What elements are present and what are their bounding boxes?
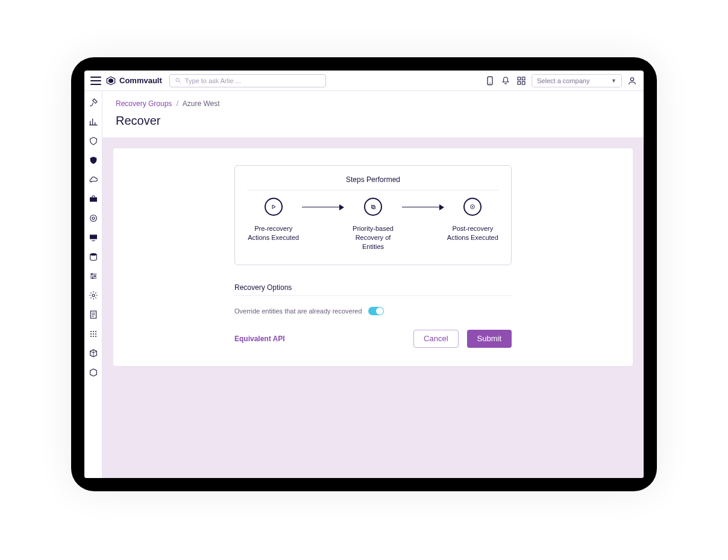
close-circle-icon [463,198,482,216]
arrow-icon [402,207,444,207]
brand-logo-icon [106,76,116,86]
step-label: Pre-recovery Actions Executed [247,224,300,242]
play-icon [265,198,283,216]
search-icon [175,77,181,84]
svg-point-29 [95,336,96,337]
svg-marker-1 [108,78,113,83]
step-label: Priority-based Recovery of Entities [347,224,399,251]
steps-heading: Steps Performed [247,175,499,190]
step-post-recovery: Post-recovery Actions Executed [447,198,499,242]
svg-rect-6 [518,77,521,80]
brand: Commvault [106,76,162,86]
company-select[interactable]: Select a company ▼ [532,74,622,87]
steps-box: Steps Performed Pre-recovery Actions Exe… [234,165,512,265]
nav-rail [84,91,102,478]
brand-name: Commvault [119,76,162,85]
svg-point-19 [92,294,95,297]
recover-card: Steps Performed Pre-recovery Actions Exe… [113,148,633,366]
override-toggle-label: Override entities that are already recov… [234,307,362,315]
cube-outline-icon[interactable] [88,348,99,359]
cube-solid-icon[interactable] [88,367,99,378]
sliders-icon[interactable] [88,271,99,282]
shield-outline-icon[interactable] [88,136,99,146]
svg-point-23 [95,331,96,332]
database-icon[interactable] [88,251,99,262]
briefcase-icon[interactable] [88,193,99,204]
cloud-icon[interactable] [88,174,99,185]
svg-rect-7 [522,77,525,80]
svg-point-24 [90,333,92,335]
svg-point-21 [90,331,92,332]
header-zone: Recovery Groups / Azure West Recover [102,91,644,137]
breadcrumb-root[interactable]: Recovery Groups [116,99,172,108]
tools-icon[interactable] [88,97,99,108]
svg-line-3 [179,81,181,83]
recovery-options-heading: Recovery Options [234,283,512,296]
search-input[interactable] [185,77,321,84]
svg-rect-32 [372,206,375,209]
svg-rect-11 [90,197,97,201]
bell-icon[interactable] [500,75,511,86]
svg-rect-9 [522,81,525,84]
breadcrumb-separator: / [177,99,178,108]
svg-point-12 [90,215,96,222]
shield-solid-icon[interactable] [88,155,99,166]
breadcrumb: Recovery Groups / Azure West [116,99,630,108]
svg-point-27 [90,336,92,337]
topbar: Commvault Select a company [84,71,644,91]
grid-icon[interactable] [88,329,99,339]
svg-point-26 [95,333,96,335]
svg-point-17 [94,275,96,277]
svg-rect-8 [518,81,521,84]
svg-point-18 [92,277,93,279]
steps-row: Pre-recovery Actions Executed Priority-b… [247,198,499,251]
svg-point-25 [93,333,94,335]
svg-point-10 [630,77,633,80]
svg-point-28 [93,336,94,337]
content: Recovery Groups / Azure West Recover Ste… [102,91,644,478]
note-icon[interactable] [88,309,99,320]
apps-icon[interactable] [516,75,527,86]
tablet-frame: Commvault Select a company [71,57,657,491]
override-toggle[interactable] [368,307,384,315]
step-pre-recovery: Pre-recovery Actions Executed [247,198,300,242]
app-window: Commvault Select a company [84,71,644,478]
body: Recovery Groups / Azure West Recover Ste… [84,91,644,478]
svg-point-22 [93,331,94,332]
override-toggle-row: Override entities that are already recov… [234,307,512,315]
svg-point-5 [489,83,491,84]
search-box[interactable] [169,74,326,87]
layers-icon [364,198,382,216]
monitor-icon[interactable] [88,232,99,243]
arrow-icon [302,207,344,207]
phone-icon[interactable] [485,75,495,86]
step-label: Post-recovery Actions Executed [447,224,499,242]
svg-point-2 [176,78,180,82]
svg-marker-30 [272,205,275,209]
svg-point-15 [90,253,96,256]
svg-point-16 [91,273,93,275]
submit-button[interactable]: Submit [467,330,512,348]
svg-point-13 [92,217,95,219]
breadcrumb-current: Azure West [183,99,220,108]
chart-icon[interactable] [88,116,99,127]
company-select-placeholder: Select a company [537,77,589,84]
target-icon[interactable] [88,213,99,224]
menu-button[interactable] [90,77,101,85]
cancel-button[interactable]: Cancel [413,330,458,348]
step-priority-recovery: Priority-based Recovery of Entities [347,198,399,251]
svg-rect-31 [371,206,374,209]
chevron-down-icon: ▼ [611,78,617,84]
equivalent-api-link[interactable]: Equivalent API [234,335,285,343]
svg-rect-14 [90,234,97,239]
canvas: Steps Performed Pre-recovery Actions Exe… [102,137,644,478]
page-title: Recover [116,114,630,128]
user-icon[interactable] [627,75,638,86]
actions-row: Equivalent API Cancel Submit [234,330,512,348]
gear-icon[interactable] [88,290,99,301]
stage: Commvault Select a company [0,0,728,560]
